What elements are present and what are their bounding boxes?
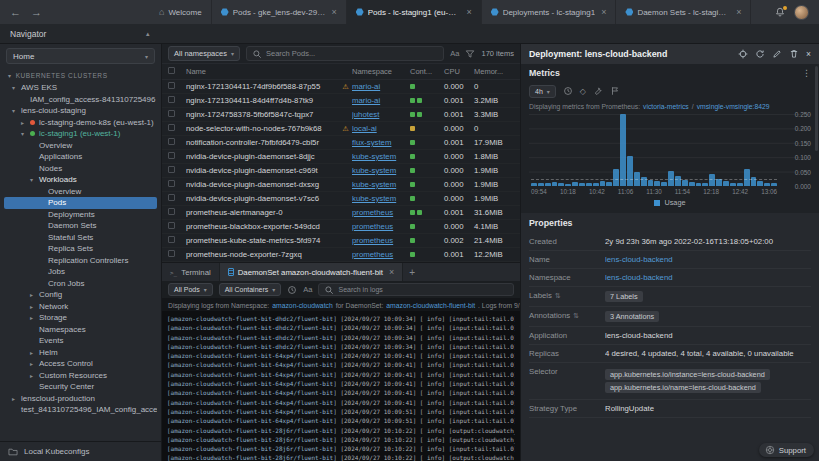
namespace-link[interactable]: kube-system — [352, 166, 410, 175]
namespace-link[interactable]: kube-system — [352, 180, 410, 189]
select-all-checkbox[interactable] — [168, 67, 175, 74]
tab-pods-gke-lens-dev-298208[interactable]: Pods - gke_lens-dev-298208...× — [212, 0, 347, 24]
flag-icon[interactable] — [610, 86, 620, 96]
tab-pods-lc-staging1-eu-west-1[interactable]: Pods - lc-staging1 (eu-west-1)× — [347, 0, 482, 24]
close-tab-icon[interactable]: × — [389, 267, 394, 277]
sidebar-item-aws-eks[interactable]: ▾AWS EKS — [4, 82, 157, 94]
sidebar-item-lens-cloud-staging[interactable]: ▾lens-cloud-staging — [4, 105, 157, 117]
sort-toggle-icon[interactable]: ⇅ — [573, 312, 579, 320]
sidebar-item-replication-controllers[interactable]: Replication Controllers — [4, 255, 157, 267]
sidebar-item-access-control[interactable]: ▸Access Control — [4, 358, 157, 370]
row-checkbox[interactable] — [168, 152, 175, 159]
namespace-link[interactable]: mario-ai — [352, 96, 410, 105]
table-row[interactable]: nginx-1721304411-84d4ff7d4b-87tk9mario-a… — [162, 94, 520, 108]
pods-search-input[interactable]: Search Pods... — [246, 46, 444, 61]
sidebar-item-lc-staging1-eu-west-1[interactable]: ▾lc-staging1 (eu-west-1) — [4, 128, 157, 140]
metrics-source-link[interactable]: victoria-metrics — [643, 103, 689, 110]
column-header-memory[interactable]: Memor... — [474, 67, 514, 76]
sidebar-item-custom-resources[interactable]: ▸Custom Resources — [4, 370, 157, 382]
navigator-collapse-icon[interactable]: ▴ — [146, 30, 150, 38]
sidebar-item-jobs[interactable]: Jobs — [4, 266, 157, 278]
dock-tab-daemonset-amazon-cloudwatch-fluent-bit[interactable]: DaemonSet amazon-cloudwatch-fluent-bit× — [220, 263, 403, 281]
namespace-link[interactable]: mario-ai — [352, 82, 410, 91]
table-row[interactable]: nginx-1721304411-74df9b6f588-87p55⚠mario… — [162, 80, 520, 94]
row-checkbox[interactable] — [168, 124, 175, 131]
detail-link[interactable]: lens-cloud-backend — [605, 255, 673, 264]
row-checkbox[interactable] — [168, 194, 175, 201]
metrics-range-select[interactable]: 4h ▾ — [529, 85, 556, 98]
sidebar-section-kubernetes-clusters[interactable]: ▾ KUBERNETES CLUSTERS — [0, 68, 161, 82]
sidebar-item-local-kubeconfigs[interactable]: Local Kubeconfigs — [0, 441, 161, 461]
history-icon[interactable] — [563, 86, 573, 96]
tab-daemon-sets-lc-staging1[interactable]: Daemon Sets - lc-staging1× — [616, 0, 751, 24]
row-checkbox[interactable] — [168, 236, 175, 243]
namespace-link[interactable]: kube-system — [352, 152, 410, 161]
sort-toggle-icon[interactable]: ⇅ — [555, 292, 561, 300]
table-row[interactable]: notification-controller-7bfbfd6479-cbl5r… — [162, 136, 520, 150]
sidebar-item-overview[interactable]: Overview — [4, 140, 157, 152]
nav-back-button[interactable]: ← — [10, 6, 21, 18]
close-tab-icon[interactable]: × — [331, 7, 336, 17]
sidebar-item-stateful-sets[interactable]: Stateful Sets — [4, 232, 157, 244]
logs-match-case-toggle[interactable]: Aa — [303, 285, 312, 294]
table-row[interactable]: prometheus-blackbox-exporter-549dcdprome… — [162, 220, 520, 234]
nav-forward-button[interactable]: → — [31, 6, 42, 18]
row-checkbox[interactable] — [168, 138, 175, 145]
namespace-link[interactable]: prometheus — [352, 236, 410, 245]
sidebar-item-applications[interactable]: Applications — [4, 151, 157, 163]
table-row[interactable]: nvidia-device-plugin-daemonset-8djjckube… — [162, 150, 520, 164]
close-tab-icon[interactable]: × — [466, 7, 471, 17]
row-checkbox[interactable] — [168, 208, 175, 215]
table-row[interactable]: nvidia-device-plugin-daemonset-c969tkube… — [162, 164, 520, 178]
namespace-filter-select[interactable]: All namespaces ▾ — [168, 46, 240, 61]
match-case-toggle[interactable]: Aa — [450, 49, 459, 58]
row-checkbox[interactable] — [168, 110, 175, 117]
sidebar-item-daemon-sets[interactable]: Daemon Sets — [4, 220, 157, 232]
row-checkbox[interactable] — [168, 166, 175, 173]
table-row[interactable]: prometheus-node-exporter-7zgxqprometheus… — [162, 248, 520, 262]
dock-tab-terminal[interactable]: >_Terminal — [162, 263, 220, 281]
sidebar-item-config[interactable]: ▸Config — [4, 289, 157, 301]
sidebar-item-workloads[interactable]: ▾Workloads — [4, 174, 157, 186]
property-chip[interactable]: 3 Annotations — [605, 311, 659, 322]
timestamps-toggle-icon[interactable] — [287, 285, 297, 295]
sidebar-item-iam-config-access-841310725496[interactable]: IAM_config_access-841310725496 — [4, 94, 157, 106]
tab-welcome[interactable]: ⌂Welcome — [150, 0, 212, 24]
table-row[interactable]: nvidia-device-plugin-daemonset-dxsxgkube… — [162, 178, 520, 192]
edit-icon[interactable] — [772, 49, 782, 59]
namespace-link[interactable]: prometheus — [352, 250, 410, 259]
sidebar-item-lenscloud-production[interactable]: ▸lenscloud-production — [4, 393, 157, 405]
catalog-select[interactable]: Home ▾ — [6, 48, 155, 64]
sidebar-item-deployments[interactable]: Deployments — [4, 209, 157, 221]
column-header-containers[interactable]: Cont... — [410, 67, 444, 76]
property-chip[interactable]: 7 Labels — [605, 291, 643, 302]
sidebar-item-replica-sets[interactable]: Replica Sets — [4, 243, 157, 255]
logs-namespace-link[interactable]: amazon-cloudwatch — [272, 302, 332, 309]
tab-deployments-lc-staging1[interactable]: Deployments - lc-staging1× — [482, 0, 617, 24]
kebab-menu-icon[interactable]: ⋮ — [802, 68, 811, 78]
namespace-link[interactable]: prometheus — [352, 208, 410, 217]
sidebar-item-helm[interactable]: ▸Helm — [4, 347, 157, 359]
row-checkbox[interactable] — [168, 180, 175, 187]
close-icon[interactable]: × — [806, 49, 811, 59]
table-row[interactable]: nginx-1724758378-5fb6f5847c-tqpx7juhotes… — [162, 108, 520, 122]
metrics-source-link[interactable]: vmsingle-vmsingle:8429 — [697, 103, 770, 110]
sidebar-item-test-841310725496-iam-config-access[interactable]: test_841310725496_IAM_config_access — [4, 404, 157, 416]
logs-pods-filter-select[interactable]: All Pods ▾ — [168, 283, 213, 296]
sidebar-item-events[interactable]: Events — [4, 335, 157, 347]
scrollbar-thumb[interactable] — [815, 66, 818, 151]
table-row[interactable]: nvidia-device-plugin-daemonset-v7sc6kube… — [162, 192, 520, 206]
filter-icon[interactable] — [465, 49, 475, 59]
logs-output[interactable]: [amazon-cloudwatch-fluent-bit-dhdc2/flue… — [162, 311, 520, 461]
delete-icon[interactable] — [789, 49, 799, 59]
sidebar-item-storage[interactable]: ▸Storage — [4, 312, 157, 324]
namespace-link[interactable]: flux-system — [352, 138, 410, 147]
row-checkbox[interactable] — [168, 82, 175, 89]
column-header-cpu[interactable]: CPU — [444, 67, 474, 76]
close-tab-icon[interactable]: × — [736, 7, 741, 17]
notifications-bell-icon[interactable] — [775, 7, 785, 17]
sidebar-item-cron-jobs[interactable]: Cron Jobs — [4, 278, 157, 290]
sidebar-item-pods[interactable]: Pods — [4, 197, 157, 209]
sidebar-item-namespaces[interactable]: Namespaces — [4, 324, 157, 336]
user-avatar[interactable] — [794, 5, 809, 20]
